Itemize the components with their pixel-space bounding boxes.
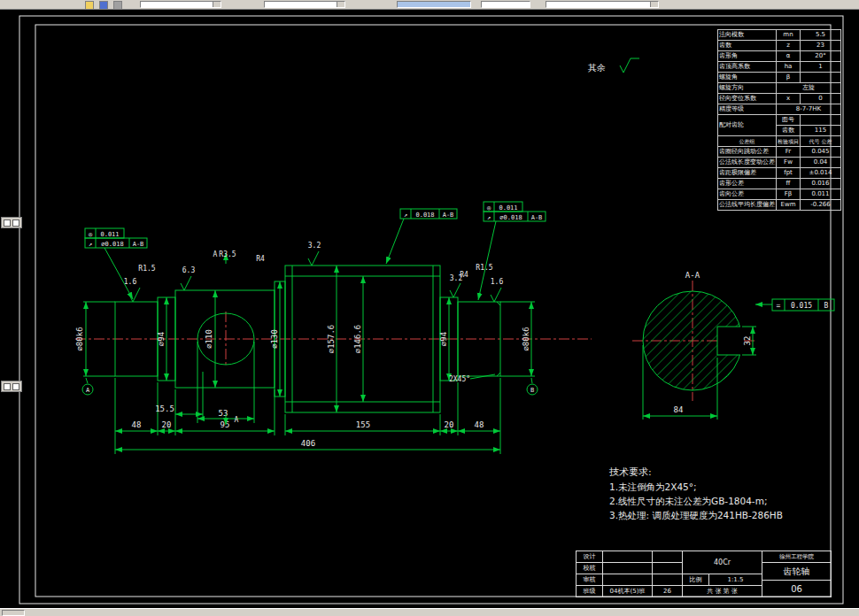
chevron-down-icon[interactable] — [650, 2, 658, 7]
param-row: 径向变位系数x0 — [718, 94, 841, 104]
param-label: 公法线长度变动公差 — [718, 158, 777, 168]
gdt-datum-ref: A-B — [133, 241, 144, 248]
param-symbol: β — [777, 73, 801, 83]
toolbar-icon[interactable] — [113, 1, 122, 10]
radius-label: R1.5 — [138, 265, 155, 273]
chevron-down-icon[interactable] — [213, 2, 221, 7]
length-dimensions: 48 20 95 155 20 48 406 15.5 53 — [115, 342, 500, 454]
section-arrow-label: A — [235, 416, 239, 424]
tech-req-line: 2.线性尺寸的未注公差为GB-1804-m; — [609, 494, 783, 508]
param-row: 齿数z23 — [718, 41, 841, 51]
param-value: 0.04 — [801, 158, 841, 168]
roughness-icon — [491, 288, 501, 302]
param-label: 径向变位系数 — [718, 94, 777, 104]
toolbar-icon[interactable] — [85, 1, 94, 10]
datum-label: A — [86, 387, 90, 394]
dim-label: ⌀94 — [439, 332, 448, 346]
gdt-symbol: ↗ — [487, 214, 491, 221]
lineweight-combo[interactable] — [481, 1, 530, 8]
param-label: 公差组 — [718, 136, 777, 147]
floating-artifact[interactable] — [1, 381, 22, 392]
dim-label: 48 — [475, 420, 484, 429]
param-value: 5.5 — [801, 30, 841, 41]
param-symbol: 齿数 — [777, 126, 801, 136]
param-row: 齿距极限偏差fpt±0.014 — [718, 168, 841, 179]
linetype-combo[interactable] — [397, 1, 471, 8]
color-combo[interactable] — [264, 1, 345, 8]
title-row-label: 设计 — [577, 551, 603, 563]
material: 40Cr — [683, 551, 762, 574]
param-value: 20° — [801, 51, 841, 62]
tech-req-title: 技术要求: — [609, 466, 783, 480]
param-label: 齿向公差 — [718, 189, 777, 200]
radius-label: R4 — [256, 255, 265, 263]
dim-label: 406 — [301, 439, 315, 448]
param-label: 齿形角 — [718, 51, 777, 62]
param-value: 115 — [801, 126, 841, 136]
top-toolbar — [0, 0, 859, 10]
gdt-symbol: ◎ — [487, 204, 491, 212]
sheet-info: 共 张 第 张 — [683, 586, 762, 597]
roughness-label: 1.6 — [124, 278, 137, 286]
param-label: 齿形公差 — [718, 179, 777, 189]
title-row-label: 审核 — [577, 574, 603, 586]
status-bar — [0, 608, 859, 616]
technical-requirements: 技术要求: 1.未注倒角为2X45°; 2.线性尺寸的未注公差为GB-1804-… — [609, 466, 783, 522]
param-value: 0.016 — [801, 179, 841, 189]
gdt-value: 0.018 — [415, 212, 434, 219]
gdt-datum-ref: A-B — [531, 214, 543, 221]
param-value: 23 — [801, 41, 841, 51]
dim-label: ⌀130 — [270, 329, 279, 349]
dim-label: 20 — [162, 420, 172, 429]
param-label: 配对齿轮 — [718, 115, 777, 136]
param-label: 螺旋角 — [718, 73, 777, 83]
dim-label: 53 — [219, 409, 228, 418]
dim-label: ⌀94 — [157, 332, 166, 346]
style-combo[interactable] — [546, 1, 659, 8]
param-row: 公差组检验项目代号 公差 — [718, 136, 841, 147]
dim-label: ⌀110 — [205, 329, 213, 349]
param-value: 0 — [801, 94, 841, 104]
param-label: 法向模数 — [718, 30, 777, 41]
roughness-icon — [308, 251, 319, 266]
gdt-symbol: ◎ — [89, 231, 93, 238]
title-row-label: 校核 — [577, 563, 603, 574]
floating-artifact[interactable] — [1, 217, 22, 228]
param-value: 1 — [801, 62, 841, 73]
cad-window: ⌀80k6 ⌀94 ⌀110 ⌀130 ⌀157.6 ⌀146.6 ⌀94 ⌀8… — [0, 0, 859, 616]
part-name: 齿轮轴 — [762, 563, 832, 581]
param-row: 螺旋角β — [718, 73, 841, 83]
tech-req-line: 1.未注倒角为2X45°; — [609, 480, 783, 494]
tech-req-line: 3.热处理: 调质处理硬度为241HB-286HB — [609, 508, 783, 522]
dim-label: 20 — [445, 420, 454, 429]
param-value: 代号 公差 — [801, 136, 841, 147]
student-no: 26 — [653, 586, 683, 597]
toolbar-icon[interactable] — [99, 1, 108, 10]
param-value: 左旋 — [777, 83, 841, 94]
param-value: 0.011 — [801, 189, 841, 200]
param-symbol: x — [777, 94, 801, 104]
param-row: 配对齿轮图号 — [718, 115, 841, 126]
gdt-value: ⌀0.018 — [101, 241, 123, 248]
section-arrow-label: A — [213, 250, 218, 258]
gdt-symbol: ↗ — [404, 212, 407, 219]
layer-combo[interactable] — [140, 1, 221, 8]
dim-label: 84 — [674, 405, 684, 414]
param-symbol: 图号 — [777, 115, 801, 126]
school-name: 徐州工程学院 — [762, 551, 832, 563]
param-label: 齿距极限偏差 — [718, 168, 777, 179]
gdt-datum-ref: B — [824, 302, 829, 310]
title-cell — [603, 563, 653, 574]
param-symbol: ff — [777, 179, 801, 189]
chevron-down-icon[interactable] — [337, 2, 344, 7]
param-label: 精度等级 — [718, 104, 777, 115]
param-symbol: Ewm — [777, 200, 801, 211]
status-segment — [2, 610, 25, 616]
title-block: 设计 校核 审核 班级 04机本(5)班 26 40Cr 比例 1:1.5 共 … — [576, 551, 832, 597]
chamfer-label: 2X45° — [449, 375, 470, 383]
gdt-value: 0.011 — [499, 204, 517, 212]
title-cell — [603, 551, 653, 563]
gdt-value: ⌀0.018 — [499, 214, 522, 221]
surface-annotations: R1.5 R3.5 R4 R4 R1.5 6.3 3.2 3.2 1.6 1.6… — [124, 58, 639, 383]
dim-label: 95 — [221, 420, 230, 429]
